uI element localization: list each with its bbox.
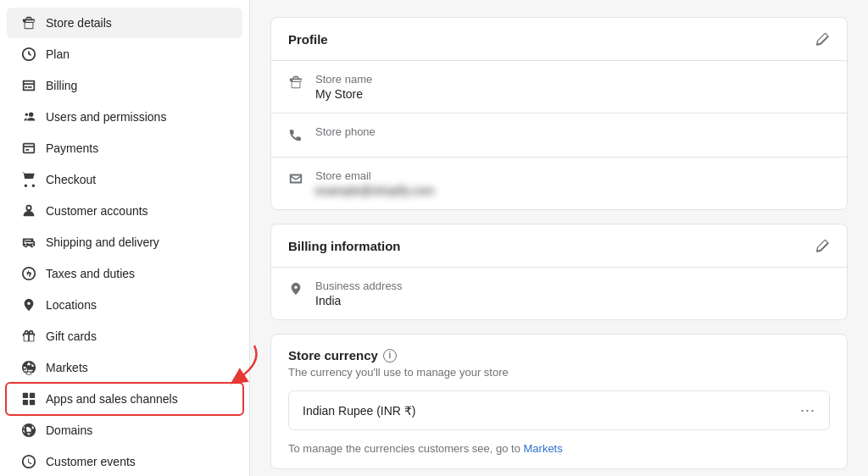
store-email-content: Store email example@shopify.com — [315, 169, 830, 197]
markets-icon — [20, 359, 37, 376]
sidebar-item-gift-cards[interactable]: Gift cards — [7, 321, 242, 351]
profile-card-header: Profile — [271, 18, 847, 61]
sidebar-item-label: Domains — [46, 423, 92, 437]
customer-accounts-icon — [20, 202, 37, 219]
domains-icon — [20, 422, 37, 439]
sidebar-item-label: Customer accounts — [46, 204, 148, 218]
store-icon — [20, 14, 37, 31]
store-email-value: example@shopify.com — [315, 184, 830, 197]
business-address-value: India — [315, 294, 830, 307]
svg-rect-3 — [30, 400, 35, 405]
sidebar-item-label: Apps and sales channels — [46, 392, 178, 406]
store-name-content: Store name My Store — [315, 73, 830, 101]
sidebar-item-shipping-delivery[interactable]: Shipping and delivery — [7, 227, 242, 257]
sidebar-item-billing[interactable]: Billing — [7, 70, 242, 101]
markets-link[interactable]: Markets — [524, 442, 563, 455]
sidebar-item-locations[interactable]: Locations — [7, 290, 242, 320]
svg-rect-0 — [23, 393, 28, 398]
store-name-value: My Store — [315, 87, 830, 101]
currency-card-inner: Store currency i The currency you'll use… — [271, 335, 847, 468]
sidebar-item-label: Taxes and duties — [46, 267, 135, 280]
sidebar-item-label: Customer events — [46, 455, 136, 468]
svg-rect-1 — [30, 393, 35, 398]
sidebar-item-store-details[interactable]: Store details — [7, 8, 242, 38]
store-email-label: Store email — [315, 169, 830, 182]
phone-icon — [288, 127, 303, 145]
locations-icon — [20, 296, 37, 313]
store-phone-label: Store phone — [315, 125, 830, 138]
sidebar-item-label: Plan — [46, 47, 70, 61]
profile-edit-button[interactable] — [815, 31, 830, 47]
currency-row: Indian Rupee (INR ₹) ··· — [288, 390, 830, 430]
billing-edit-button[interactable] — [815, 238, 830, 253]
currency-description: The currency you'll use to manage your s… — [288, 366, 830, 379]
sidebar-item-apps-sales-channels[interactable]: Apps and sales channels — [7, 384, 242, 414]
sidebar-item-plan[interactable]: Plan — [7, 39, 242, 69]
gift-cards-icon — [20, 328, 37, 345]
sidebar-item-payments[interactable]: Payments — [7, 133, 242, 163]
currency-title-text: Store currency — [288, 348, 378, 363]
business-address-row: Business address India — [271, 268, 847, 319]
users-icon — [20, 108, 37, 125]
checkout-icon — [20, 171, 37, 188]
sidebar-item-customer-accounts[interactable]: Customer accounts — [7, 196, 242, 226]
currency-options-button[interactable]: ··· — [800, 401, 815, 419]
sidebar: Store details Plan Billing Users and per… — [0, 0, 250, 476]
shipping-icon — [20, 234, 37, 251]
sidebar-item-label: Store details — [46, 16, 112, 30]
sidebar-item-customer-events[interactable]: Customer events — [7, 446, 242, 476]
plan-icon — [20, 46, 37, 63]
email-icon — [288, 171, 303, 189]
currency-section-title: Store currency i — [288, 348, 830, 363]
taxes-icon — [20, 265, 37, 282]
business-address-content: Business address India — [315, 280, 830, 307]
billing-icon — [20, 77, 37, 94]
customer-events-icon — [20, 453, 37, 470]
sidebar-item-label: Checkout — [46, 173, 96, 186]
store-name-icon — [288, 75, 303, 92]
store-phone-content: Store phone — [315, 125, 830, 140]
store-email-row: Store email example@shopify.com — [271, 158, 847, 209]
sidebar-item-label: Gift cards — [46, 329, 97, 343]
sidebar-item-checkout[interactable]: Checkout — [7, 164, 242, 195]
markets-note: To manage the currencies customers see, … — [288, 442, 830, 455]
store-phone-row: Store phone — [271, 113, 847, 158]
sidebar-item-users-permissions[interactable]: Users and permissions — [7, 102, 242, 132]
sidebar-item-markets[interactable]: Markets — [7, 352, 242, 383]
sidebar-item-label: Locations — [46, 298, 97, 312]
sidebar-item-label: Shipping and delivery — [46, 235, 159, 249]
store-name-row: Store name My Store — [271, 61, 847, 113]
profile-card-title: Profile — [288, 32, 328, 47]
sidebar-item-domains[interactable]: Domains — [7, 415, 242, 446]
sidebar-item-label: Users and permissions — [46, 110, 166, 124]
location-icon — [288, 281, 303, 299]
billing-info-card-title: Billing information — [288, 239, 401, 253]
sidebar-item-taxes-duties[interactable]: Taxes and duties — [7, 258, 242, 289]
billing-info-card-header: Billing information — [271, 224, 847, 268]
billing-info-card: Billing information Business address Ind… — [270, 224, 848, 320]
sidebar-item-label: Markets — [46, 361, 88, 374]
sidebar-item-label: Payments — [46, 141, 98, 155]
currency-value: Indian Rupee (INR ₹) — [303, 404, 416, 418]
business-address-label: Business address — [315, 280, 830, 292]
profile-card: Profile Store name My Store Store phone — [270, 17, 848, 210]
sidebar-item-label: Billing — [46, 79, 77, 92]
main-content: Profile Store name My Store Store phone — [250, 0, 868, 476]
svg-rect-2 — [23, 400, 28, 405]
currency-card: Store currency i The currency you'll use… — [270, 334, 848, 469]
store-name-label: Store name — [315, 73, 830, 86]
info-icon: i — [383, 349, 397, 363]
apps-icon — [20, 390, 37, 407]
payments-icon — [20, 140, 37, 157]
